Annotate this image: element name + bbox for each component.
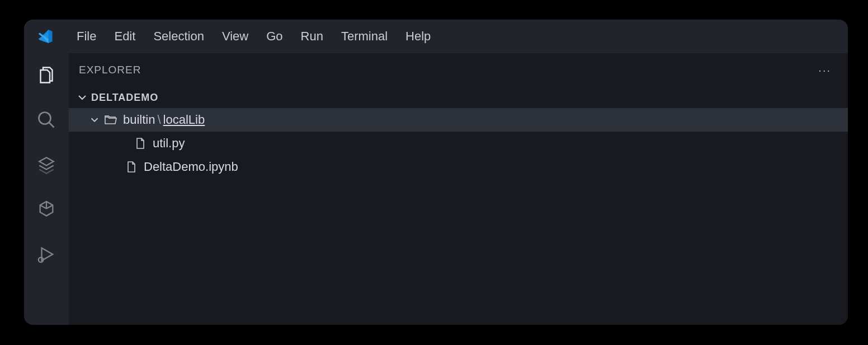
extensions-icon[interactable] [36,199,57,220]
tree-file-util[interactable]: util.py [69,132,848,155]
file-icon [134,137,147,150]
menu-terminal[interactable]: Terminal [341,27,388,46]
folder-prefix: builtin [123,113,155,127]
menu-selection[interactable]: Selection [153,27,204,46]
chevron-down-icon [76,91,89,104]
tree-section-header[interactable]: DELTADEMO [69,87,848,108]
path-separator: \ [157,113,161,127]
menu-view[interactable]: View [222,27,248,46]
search-icon[interactable] [36,109,57,130]
svg-line-1 [49,123,54,128]
menu-file[interactable]: File [77,27,96,46]
source-control-icon[interactable] [36,154,57,175]
file-icon [125,160,138,174]
menu-run[interactable]: Run [301,27,323,46]
tree-file-deltademo[interactable]: DeltaDemo.ipynb [69,155,848,179]
file-label: util.py [153,136,185,151]
menu-go[interactable]: Go [266,27,282,46]
explorer-icon[interactable] [36,64,57,86]
folder-label: builtin\localLib [123,113,205,127]
menu-edit[interactable]: Edit [114,27,135,46]
vscode-window: File Edit Selection View Go Run Terminal… [24,20,848,325]
chevron-down-icon [88,114,101,126]
activity-bar [24,53,69,325]
file-label: DeltaDemo.ipynb [144,160,238,174]
titlebar: File Edit Selection View Go Run Terminal… [24,20,848,53]
menu-help[interactable]: Help [405,27,431,46]
sidebar-title: EXPLORER [79,64,141,76]
folder-name: localLib [163,113,205,127]
run-debug-icon[interactable] [36,244,57,265]
sidebar-header: EXPLORER ··· [69,53,848,87]
vscode-logo-icon [36,28,53,45]
tree-folder-locallib[interactable]: builtin\localLib [69,108,848,132]
body-area: EXPLORER ··· DELTADEMO [24,53,848,325]
workspace-name: DELTADEMO [91,92,158,104]
explorer-sidebar: EXPLORER ··· DELTADEMO [69,53,848,325]
folder-open-icon [104,113,117,127]
more-actions-icon[interactable]: ··· [818,64,831,77]
svg-point-0 [39,113,51,124]
